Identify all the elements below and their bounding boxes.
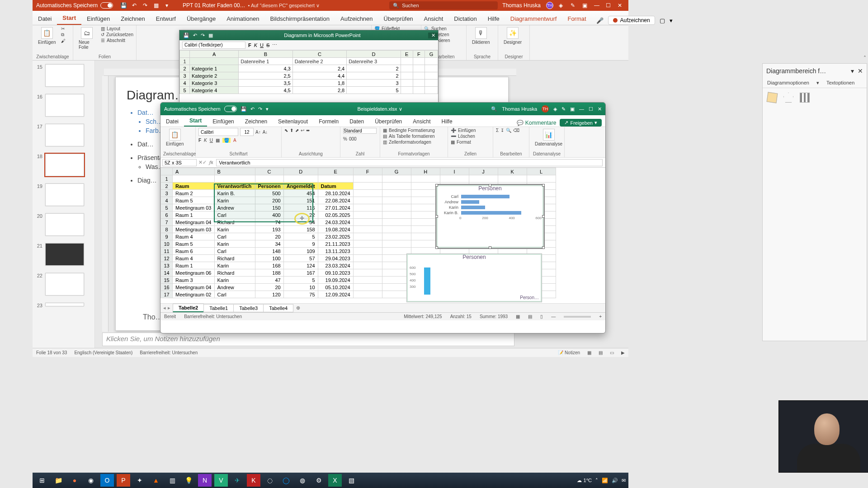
cw-italic[interactable]: K bbox=[254, 42, 257, 48]
add-sheet-icon[interactable]: ⊕ bbox=[293, 304, 303, 312]
xl-max-icon[interactable]: ☐ bbox=[589, 106, 593, 112]
cw-redo-icon[interactable]: ↷ bbox=[201, 33, 205, 38]
xl-paste[interactable]: 📋Einfügen bbox=[163, 128, 186, 147]
search-box[interactable]: 🔍 Suchen bbox=[389, 1, 498, 9]
tab-datei[interactable]: Datei bbox=[33, 13, 57, 25]
slide-thumb-19[interactable]: 19 bbox=[33, 180, 94, 210]
tab-ueberpruefen[interactable]: Überprüfen bbox=[378, 13, 419, 25]
tab-dictation[interactable]: Dictation bbox=[448, 13, 482, 25]
view-normal-icon[interactable]: ▦ bbox=[587, 350, 591, 355]
record-button[interactable]: Aufzeichnen bbox=[608, 16, 655, 25]
cell-styles[interactable]: ▥ Zellenformatvorlagen bbox=[383, 140, 435, 145]
view-sorter-icon[interactable]: ▤ bbox=[599, 350, 603, 355]
ribbon-collapse-icon[interactable]: ▾ bbox=[670, 17, 673, 24]
tab-ansicht[interactable]: Ansicht bbox=[419, 13, 449, 25]
chrome-icon[interactable]: ◉ bbox=[84, 474, 98, 487]
comments-button[interactable]: 💬 Kommentare bbox=[517, 120, 556, 126]
worksheet[interactable]: A B C D E F G H I J K L 1 2 Raum Verantw… bbox=[160, 168, 605, 303]
sound-icon[interactable]: 🔊 bbox=[612, 478, 618, 483]
xl-user[interactable]: Thomas Hruska bbox=[502, 106, 537, 112]
slide-counter[interactable]: Folie 18 von 33 bbox=[36, 350, 67, 355]
cw-underline[interactable]: U bbox=[260, 42, 264, 48]
cut-button[interactable]: ✂ bbox=[61, 26, 66, 31]
xl-min-icon[interactable]: — bbox=[579, 106, 584, 112]
number-format[interactable] bbox=[343, 128, 377, 134]
text-options-tab[interactable]: Textoptionen bbox=[826, 80, 854, 86]
as-table[interactable]: ▤ Als Tabelle formatieren bbox=[383, 134, 435, 139]
xl-tab-datei[interactable]: Datei bbox=[160, 117, 184, 127]
xl-tab-zeichnen[interactable]: Zeichnen bbox=[240, 117, 273, 127]
view-page-icon[interactable]: ▤ bbox=[528, 314, 532, 319]
app-icon-3[interactable]: 💡 bbox=[182, 474, 195, 487]
cw-bold[interactable]: F bbox=[248, 42, 251, 48]
bold-button[interactable]: F bbox=[198, 138, 201, 143]
excel-file-name[interactable]: Beispieldaten.xlsx ∨ bbox=[272, 106, 488, 112]
mail-icon[interactable]: ✉ bbox=[622, 478, 626, 483]
xl-tab-hilfe[interactable]: Hilfe bbox=[436, 117, 458, 127]
slide-thumb-15[interactable]: 15 bbox=[33, 61, 94, 90]
sheet-tab-tabelle2[interactable]: Tabelle2 bbox=[173, 304, 204, 312]
steam-icon[interactable]: ◍ bbox=[296, 474, 309, 487]
chart-options-tab[interactable]: Diagrammoptionen bbox=[767, 80, 809, 86]
slides-icon[interactable]: ▧ bbox=[344, 474, 358, 487]
view-reading-icon[interactable]: ▭ bbox=[610, 350, 614, 355]
italic-button[interactable]: K bbox=[204, 138, 207, 143]
xl-close-icon[interactable]: ✕ bbox=[598, 106, 602, 112]
pen-icon[interactable]: ✎ bbox=[571, 2, 577, 9]
cancel-icon[interactable]: ✕ bbox=[198, 160, 203, 165]
xl-tab-formeln[interactable]: Formeln bbox=[313, 117, 344, 127]
xl-tab-einfuegen[interactable]: Einfügen bbox=[207, 117, 239, 127]
xl-tab-start[interactable]: Start bbox=[184, 116, 207, 127]
share-button[interactable]: ↗ Freigeben ▾ bbox=[560, 119, 602, 127]
close-pane-icon[interactable]: ✕ bbox=[858, 67, 863, 75]
maximize-icon[interactable]: ☐ bbox=[606, 2, 612, 9]
xl-tab-ueberpruefen[interactable]: Überprüfen bbox=[369, 117, 407, 127]
a11y-indicator[interactable]: Barrierefreiheit: Untersuchen bbox=[140, 350, 198, 355]
view-normal-grid-icon[interactable]: ▦ bbox=[516, 314, 520, 319]
sheet-tab-tabelle3[interactable]: Tabelle3 bbox=[233, 304, 264, 312]
xl-qat-more[interactable]: ▾ bbox=[266, 106, 269, 112]
cw-more[interactable]: ⋯ bbox=[272, 42, 277, 48]
slide-thumb-21[interactable]: 21 bbox=[33, 239, 94, 269]
onenote-icon[interactable]: N bbox=[198, 474, 212, 487]
tab-einfuegen[interactable]: Einfügen bbox=[81, 13, 115, 25]
xl-tab-daten[interactable]: Daten bbox=[344, 117, 369, 127]
cw-undo-icon[interactable]: ↶ bbox=[193, 33, 197, 38]
embedded-chart-personen-column[interactable]: Personen 600500400300 Person… bbox=[406, 253, 542, 302]
sheet-next-icon[interactable]: ▸ bbox=[168, 305, 170, 311]
start-button[interactable]: ⊞ bbox=[35, 474, 49, 487]
lang-indicator[interactable]: Englisch (Vereinigte Staaten) bbox=[74, 350, 132, 355]
new-slide-button[interactable]: 🗂Neue Folie bbox=[76, 26, 98, 51]
delete-cells[interactable]: ➖ Löschen bbox=[451, 134, 476, 139]
designer-button[interactable]: ✨Designer bbox=[501, 26, 524, 46]
cw-strike[interactable]: S bbox=[266, 42, 269, 48]
window-icon[interactable]: ▣ bbox=[582, 2, 589, 9]
app-icon-2[interactable]: ▥ bbox=[165, 474, 179, 487]
chart-window-close[interactable]: ✕ bbox=[428, 33, 438, 38]
tab-hilfe[interactable]: Hilfe bbox=[482, 13, 505, 25]
xl-fontsize[interactable] bbox=[240, 128, 254, 136]
explorer-icon[interactable]: 📁 bbox=[52, 474, 65, 487]
sheet-prev-icon[interactable]: ◂ bbox=[163, 305, 166, 311]
xl-redo-icon[interactable]: ↷ bbox=[258, 106, 262, 112]
format-cells[interactable]: ▦ Format bbox=[451, 140, 476, 145]
disc-icon[interactable]: ◌ bbox=[263, 474, 277, 487]
slide-thumb-22[interactable]: 22 bbox=[33, 269, 94, 299]
v-icon[interactable]: V bbox=[214, 474, 228, 487]
notes-area[interactable]: Klicken Sie, um Notizen hinzuzufügen bbox=[102, 333, 514, 346]
sheet-tab-tabelle1[interactable]: Tabelle1 bbox=[203, 304, 234, 312]
chart-data-window[interactable]: 💾 ↶ ↷ ▦ Diagramm in Microsoft PowerPoint… bbox=[179, 30, 439, 103]
insert-cells[interactable]: ➕ Einfügen bbox=[451, 128, 476, 133]
view-slideshow-icon[interactable]: ▶ bbox=[621, 350, 625, 355]
enter-icon[interactable]: ✓ bbox=[203, 160, 207, 165]
data-analysis[interactable]: 📊Datenanalyse bbox=[532, 128, 565, 147]
xl-search-icon[interactable]: 🔍 bbox=[491, 106, 497, 112]
minimize-icon[interactable]: — bbox=[594, 2, 600, 9]
weather-icon[interactable]: ☁ 1°C bbox=[577, 478, 592, 483]
slide-panel[interactable]: 15 16 17 18 19 20 21 22 23 bbox=[33, 61, 95, 350]
excel-window[interactable]: Automatisches Speichern 💾 ↶ ↷ ▾ Beispiel… bbox=[160, 102, 606, 333]
windows-taskbar[interactable]: ⊞ 📁 ● ◉ O P ✦ ▲ ▥ 💡 N V ✈ K ◌ ◯ ◍ ⚙ X ▧ … bbox=[33, 473, 628, 488]
format-painter-button[interactable]: 🖌 bbox=[61, 38, 66, 43]
effects-icon[interactable] bbox=[783, 93, 793, 103]
k-icon[interactable]: K bbox=[247, 474, 260, 487]
